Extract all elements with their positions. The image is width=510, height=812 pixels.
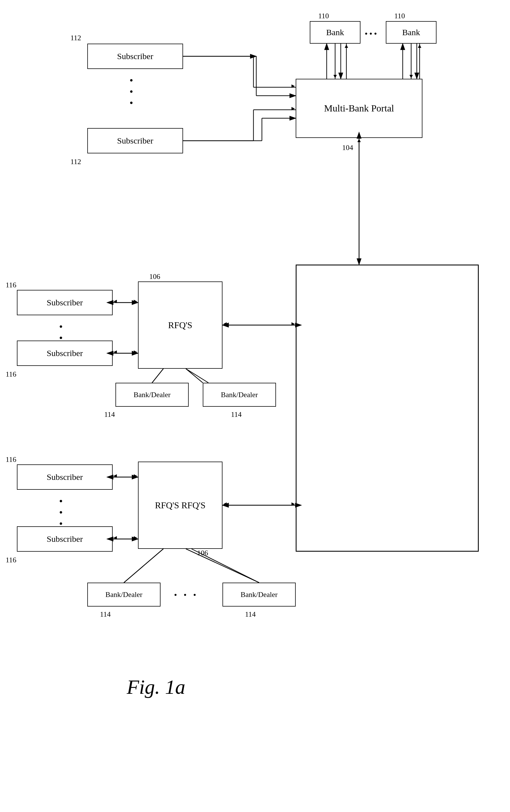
svg-marker-20 [291, 322, 295, 326]
svg-marker-23 [291, 502, 295, 506]
svg-marker-13 [409, 75, 413, 78]
svg-marker-24 [223, 502, 227, 506]
label-104: 104 [342, 144, 353, 152]
label-112-top: 112 [70, 34, 81, 42]
svg-marker-38 [113, 536, 117, 540]
svg-marker-7 [291, 107, 295, 110]
bank-label-1: Bank [326, 28, 344, 37]
bank-label-2: Bank [402, 28, 420, 37]
label-106-rfqs1: 106 [149, 272, 160, 281]
label-110-bank2: 110 [394, 12, 405, 20]
bank-box-2: Bank [386, 21, 436, 43]
diagram-container: 112 Subscriber • • • Subscriber 112 110 … [0, 0, 510, 812]
rfqs-label-2: RFQ'S RFQ'S [155, 499, 205, 512]
svg-marker-15 [418, 44, 421, 48]
bank-dealer-label-2: Bank/Dealer [221, 391, 258, 399]
subscriber-label-4: Subscriber [47, 349, 83, 358]
subscriber-label-2: Subscriber [117, 136, 153, 146]
bank-box-1: Bank [310, 21, 361, 43]
subscriber-box-6: Subscriber [17, 526, 113, 552]
rfqs-label-1: RFQ'S [168, 320, 192, 330]
bank-dealer-box-1: Bank/Dealer [115, 383, 189, 407]
svg-marker-11 [345, 44, 348, 48]
svg-marker-35 [113, 474, 117, 478]
svg-marker-17 [357, 261, 361, 264]
right-large-box [296, 265, 479, 552]
svg-marker-6 [291, 85, 295, 88]
bank-dealer-label-3: Bank/Dealer [105, 591, 142, 599]
svg-line-39 [124, 549, 163, 582]
figure-label: Fig. 1a [127, 675, 185, 699]
svg-marker-34 [134, 474, 137, 478]
svg-marker-29 [134, 351, 137, 354]
dots-bot2: • [59, 507, 63, 518]
dots-top: • [130, 74, 133, 86]
svg-marker-30 [113, 351, 117, 354]
dots-top3: • [130, 97, 133, 109]
multi-bank-portal-label: Multi-Bank Portal [324, 101, 394, 115]
svg-marker-21 [223, 322, 227, 326]
label-114-bd1: 114 [104, 410, 115, 419]
label-116-sub3: 116 [6, 281, 16, 289]
bank-dealer-label-1: Bank/Dealer [134, 391, 170, 399]
dots-bank: ••• [365, 29, 379, 38]
label-114-bd2: 114 [231, 410, 242, 419]
svg-line-31 [152, 369, 163, 383]
svg-marker-26 [134, 300, 137, 303]
label-112-bottom: 112 [70, 158, 81, 166]
label-116-sub5: 116 [6, 455, 16, 464]
dots-bd: • • • [174, 590, 199, 600]
subscriber-label-1: Subscriber [117, 52, 153, 61]
dots-top2: • [130, 86, 133, 98]
subscriber-box-1: Subscriber [87, 43, 183, 69]
subscriber-box-3: Subscriber [17, 290, 113, 315]
svg-marker-27 [113, 300, 117, 303]
dots-bot1: • [59, 495, 63, 507]
bank-dealer-box-3: Bank/Dealer [87, 582, 161, 606]
label-116-sub6: 116 [6, 556, 16, 564]
label-116-sub4: 116 [6, 370, 16, 379]
dots-mid1: • [59, 321, 63, 333]
svg-marker-37 [134, 536, 137, 540]
svg-marker-9 [334, 75, 337, 78]
bank-dealer-box-4: Bank/Dealer [223, 582, 296, 606]
subscriber-box-2: Subscriber [87, 128, 183, 153]
rfqs-box-2: RFQ'S RFQ'S [138, 461, 223, 549]
svg-line-40 [186, 549, 259, 582]
label-110-bank1: 110 [318, 12, 329, 20]
subscriber-label-5: Subscriber [47, 472, 83, 482]
multi-bank-portal-box: Multi-Bank Portal [296, 79, 422, 138]
subscriber-box-4: Subscriber [17, 340, 113, 366]
label-114-bd3: 114 [100, 610, 111, 619]
subscriber-label-3: Subscriber [47, 298, 83, 307]
svg-line-58 [152, 369, 163, 383]
bank-dealer-label-4: Bank/Dealer [240, 591, 277, 599]
svg-marker-18 [357, 139, 361, 142]
label-106-rfqs2: 106 [197, 549, 208, 557]
subscriber-label-6: Subscriber [47, 534, 83, 544]
svg-line-62 [124, 549, 163, 582]
subscriber-box-5: Subscriber [17, 464, 113, 490]
rfqs-box-1: RFQ'S [138, 281, 223, 369]
label-114-bd4: 114 [245, 610, 256, 619]
bank-dealer-box-2: Bank/Dealer [203, 383, 276, 407]
svg-line-59 [186, 369, 208, 383]
svg-line-32 [186, 369, 203, 383]
